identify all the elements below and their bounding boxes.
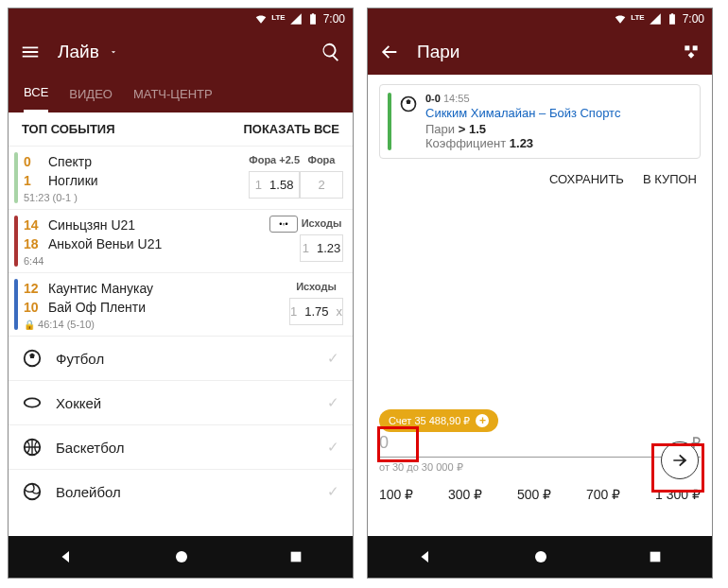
svg-rect-6 [685,45,689,50]
phone-right: LTE 7:00 Пари 0-0 14:55 Сикким Хималайан… [367,8,713,579]
sport-label: Баскетбол [56,440,125,456]
tab-video[interactable]: ВИДЕО [69,75,113,112]
score: 18 [24,236,41,251]
phone-left: LTE 7:00 Лайв ВСЕ ВИДЕО МАТЧ-ЦЕНТР ТОП С… [8,8,354,579]
odds-cell[interactable]: 11.75x [289,298,343,325]
status-bar: LTE 7:00 [368,9,712,29]
lock-icon: 🔒 [24,320,35,330]
svg-rect-7 [693,45,698,50]
odds-cell[interactable]: 11.58 [249,171,300,199]
bet-actions: СОХРАНИТЬ В КУПОН [368,168,712,194]
amount-value: 0 [379,433,691,453]
team: Каунтис Манукау [48,281,153,296]
score: 1 [24,173,41,188]
nav-home-icon[interactable] [532,548,549,565]
back-icon[interactable] [379,42,400,62]
odds-header: Фора +2.5 [249,152,300,171]
wifi-icon [254,12,268,26]
content: 0-0 14:55 Сикким Хималайан – Бойз Спортс… [368,75,712,536]
score: 12 [24,281,41,296]
battery-icon [306,12,320,26]
save-button[interactable]: СОХРАНИТЬ [549,172,624,186]
event-meta: 6:44 [24,253,269,267]
bet-accent [388,93,391,150]
score: 0 [24,154,41,169]
svg-rect-10 [650,552,661,562]
event-row[interactable]: 12Каунтис Манукау 10Бай Оф Пленти 🔒 46:1… [9,272,353,336]
wifi-icon [614,12,627,26]
event-accent [14,216,18,267]
bet-value: > 1.5 [459,122,486,136]
svg-point-9 [535,551,546,562]
event-meta: 51:23 (0-1 ) [24,190,249,203]
sport-label: Футбол [56,351,104,367]
coef-label: Коэффициент [425,136,506,150]
settings-icon[interactable] [682,43,701,61]
bet-match: Сикким Хималайан – Бойз Спортс [425,104,692,122]
show-all-link[interactable]: ПОКАЗАТЬ ВСЕ [243,122,339,136]
sport-label: Волейбол [56,484,121,500]
sport-volleyball[interactable]: Волейбол ✓ [9,469,353,513]
coef-value: 1.23 [510,136,533,150]
odds-header: Фора [300,152,343,171]
nav-recent-icon[interactable] [288,549,303,564]
nav-bar [9,536,353,578]
football-icon [399,95,418,113]
score: 10 [24,300,41,315]
app-bar: Лайв [9,29,353,75]
football-icon [22,348,43,369]
page-title: Пари [417,42,459,62]
sport-basketball[interactable]: Баскетбол ✓ [9,424,353,469]
event-accent [14,152,18,203]
sport-football[interactable]: Футбол ✓ [9,336,353,380]
check-icon: ✓ [327,483,339,500]
page-title: Лайв [58,42,99,62]
check-icon: ✓ [327,350,339,367]
tab-all[interactable]: ВСЕ [24,75,48,112]
event-row[interactable]: 14Синьцзян U21 18Аньхой Веньи U21 6:44 •… [9,209,353,272]
event-meta: 46:14 (5-10) [38,319,95,330]
odds-header: Исходы [289,279,343,298]
lte-label: LTE [631,13,645,22]
svg-point-4 [176,551,187,562]
coupon-button[interactable]: В КУПОН [643,172,697,186]
volleyball-icon [22,481,43,502]
sport-hockey[interactable]: Хоккей ✓ [9,380,353,424]
event-row[interactable]: 0Спектр 1Ноглики 51:23 (0-1 ) Фора +2.5 … [9,146,353,209]
tab-matchcenter[interactable]: МАТЧ-ЦЕНТР [133,75,213,112]
nav-home-icon[interactable] [173,548,190,565]
nav-back-icon[interactable] [417,548,434,565]
nav-bar [368,536,712,578]
highlight-box [651,443,704,493]
dropdown-icon[interactable] [109,47,118,57]
odds-cell[interactable]: 2 [300,171,343,199]
clock: 7:00 [323,12,345,26]
hockey-icon [22,392,43,413]
tabs: ВСЕ ВИДЕО МАТЧ-ЦЕНТР [9,75,353,112]
nav-back-icon[interactable] [58,548,75,565]
content: ТОП СОБЫТИЯ ПОКАЗАТЬ ВСЕ 0Спектр 1Ноглик… [9,112,353,536]
team: Спектр [48,154,92,169]
search-icon[interactable] [321,42,341,62]
quick-amount[interactable]: 500 ₽ [517,487,551,502]
lte-label: LTE [271,13,286,22]
nav-recent-icon[interactable] [648,549,663,564]
team: Бай Оф Пленти [48,300,146,315]
team: Ноглики [48,173,98,188]
check-icon: ✓ [327,439,339,456]
bet-label: Пари [425,122,455,136]
menu-icon[interactable] [20,42,41,62]
odds-cell[interactable]: 11.23 [300,234,343,262]
battery-icon [666,12,679,26]
quick-amount[interactable]: 700 ₽ [586,487,620,502]
quick-amount[interactable]: 300 ₽ [448,487,482,502]
tv-icon: •◦• [269,216,298,233]
quick-amount[interactable]: 100 ₽ [379,487,413,502]
highlight-box [377,426,419,462]
signal-icon [649,12,662,26]
app-bar: Пари [368,29,712,75]
status-bar: LTE 7:00 [9,9,353,29]
sport-label: Хоккей [56,395,101,411]
bet-card[interactable]: 0-0 14:55 Сикким Хималайан – Бойз Спортс… [379,84,701,159]
team: Аньхой Веньи U21 [48,236,162,251]
